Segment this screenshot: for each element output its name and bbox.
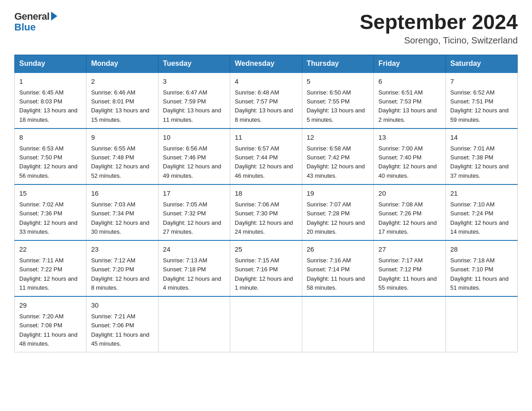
day-info: Sunrise: 7:13 AMSunset: 7:18 PMDaylight:… <box>163 257 221 291</box>
day-number: 1 <box>19 77 82 87</box>
day-number: 5 <box>307 77 369 87</box>
day-info: Sunrise: 7:05 AMSunset: 7:32 PMDaylight:… <box>163 201 221 235</box>
day-info: Sunrise: 7:20 AMSunset: 7:08 PMDaylight:… <box>19 313 77 347</box>
table-row: 27 Sunrise: 7:17 AMSunset: 7:12 PMDaylig… <box>374 240 446 296</box>
col-sunday: Sunday <box>15 55 86 73</box>
table-row: 6 Sunrise: 6:51 AMSunset: 7:53 PMDayligh… <box>374 73 446 128</box>
day-info: Sunrise: 6:46 AMSunset: 8:01 PMDaylight:… <box>91 89 149 123</box>
day-number: 14 <box>450 133 513 143</box>
day-info: Sunrise: 6:45 AMSunset: 8:03 PMDaylight:… <box>19 89 77 123</box>
col-thursday: Thursday <box>302 55 373 73</box>
table-row <box>158 296 230 352</box>
calendar-week-row: 1 Sunrise: 6:45 AMSunset: 8:03 PMDayligh… <box>15 73 518 128</box>
table-row: 10 Sunrise: 6:56 AMSunset: 7:46 PMDaylig… <box>158 128 230 184</box>
day-info: Sunrise: 6:57 AMSunset: 7:44 PMDaylight:… <box>235 145 293 179</box>
table-row: 19 Sunrise: 7:07 AMSunset: 7:28 PMDaylig… <box>302 184 373 240</box>
table-row: 30 Sunrise: 7:21 AMSunset: 7:06 PMDaylig… <box>86 296 158 352</box>
day-number: 26 <box>307 244 369 255</box>
day-info: Sunrise: 6:53 AMSunset: 7:50 PMDaylight:… <box>19 145 77 179</box>
day-info: Sunrise: 7:02 AMSunset: 7:36 PMDaylight:… <box>19 201 77 235</box>
table-row: 2 Sunrise: 6:46 AMSunset: 8:01 PMDayligh… <box>86 73 158 128</box>
logo-general-text: General <box>14 11 49 22</box>
day-number: 19 <box>307 188 369 199</box>
day-number: 27 <box>378 244 441 255</box>
day-number: 3 <box>163 77 225 87</box>
table-row: 13 Sunrise: 7:00 AMSunset: 7:40 PMDaylig… <box>374 128 446 184</box>
table-row: 28 Sunrise: 7:18 AMSunset: 7:10 PMDaylig… <box>446 240 517 296</box>
day-number: 8 <box>19 133 82 143</box>
table-row: 4 Sunrise: 6:48 AMSunset: 7:57 PMDayligh… <box>230 73 302 128</box>
day-number: 2 <box>91 77 153 87</box>
day-info: Sunrise: 7:18 AMSunset: 7:10 PMDaylight:… <box>450 257 509 291</box>
logo-triangle-icon <box>51 12 57 21</box>
page-header: General Blue September 2024 Sorengo, Tic… <box>14 11 518 46</box>
day-info: Sunrise: 7:11 AMSunset: 7:22 PMDaylight:… <box>19 257 77 291</box>
day-number: 25 <box>235 244 297 255</box>
day-info: Sunrise: 7:01 AMSunset: 7:38 PMDaylight:… <box>450 145 509 179</box>
day-info: Sunrise: 6:55 AMSunset: 7:48 PMDaylight:… <box>91 145 149 179</box>
day-number: 28 <box>450 244 513 255</box>
day-number: 20 <box>378 188 441 199</box>
day-number: 6 <box>378 77 441 87</box>
calendar-table: Sunday Monday Tuesday Wednesday Thursday… <box>14 55 518 352</box>
table-row: 11 Sunrise: 6:57 AMSunset: 7:44 PMDaylig… <box>230 128 302 184</box>
logo: General Blue <box>14 11 57 33</box>
table-row: 16 Sunrise: 7:03 AMSunset: 7:34 PMDaylig… <box>86 184 158 240</box>
day-number: 17 <box>163 188 225 199</box>
day-info: Sunrise: 6:58 AMSunset: 7:42 PMDaylight:… <box>307 145 365 179</box>
day-info: Sunrise: 7:08 AMSunset: 7:26 PMDaylight:… <box>378 201 437 235</box>
table-row <box>446 296 517 352</box>
day-info: Sunrise: 7:16 AMSunset: 7:14 PMDaylight:… <box>307 257 365 291</box>
calendar-week-row: 29 Sunrise: 7:20 AMSunset: 7:08 PMDaylig… <box>15 296 518 352</box>
day-info: Sunrise: 7:15 AMSunset: 7:16 PMDaylight:… <box>235 257 293 291</box>
table-row: 29 Sunrise: 7:20 AMSunset: 7:08 PMDaylig… <box>15 296 86 352</box>
day-number: 15 <box>19 188 82 199</box>
col-friday: Friday <box>374 55 446 73</box>
day-number: 18 <box>235 188 297 199</box>
day-number: 7 <box>450 77 513 87</box>
table-row: 1 Sunrise: 6:45 AMSunset: 8:03 PMDayligh… <box>15 73 86 128</box>
day-number: 23 <box>91 244 153 255</box>
month-title: September 2024 <box>360 11 518 34</box>
col-wednesday: Wednesday <box>230 55 302 73</box>
table-row: 18 Sunrise: 7:06 AMSunset: 7:30 PMDaylig… <box>230 184 302 240</box>
table-row: 20 Sunrise: 7:08 AMSunset: 7:26 PMDaylig… <box>374 184 446 240</box>
day-info: Sunrise: 6:52 AMSunset: 7:51 PMDaylight:… <box>450 89 509 123</box>
day-info: Sunrise: 7:17 AMSunset: 7:12 PMDaylight:… <box>378 257 437 291</box>
day-number: 22 <box>19 244 82 255</box>
table-row: 9 Sunrise: 6:55 AMSunset: 7:48 PMDayligh… <box>86 128 158 184</box>
day-number: 10 <box>163 133 225 143</box>
table-row: 23 Sunrise: 7:12 AMSunset: 7:20 PMDaylig… <box>86 240 158 296</box>
col-saturday: Saturday <box>446 55 517 73</box>
calendar-header-row: Sunday Monday Tuesday Wednesday Thursday… <box>15 55 518 73</box>
logo-blue-text: Blue <box>14 21 36 33</box>
day-number: 30 <box>91 300 153 311</box>
day-info: Sunrise: 6:48 AMSunset: 7:57 PMDaylight:… <box>235 89 293 123</box>
day-number: 21 <box>450 188 513 199</box>
table-row: 7 Sunrise: 6:52 AMSunset: 7:51 PMDayligh… <box>446 73 517 128</box>
table-row: 25 Sunrise: 7:15 AMSunset: 7:16 PMDaylig… <box>230 240 302 296</box>
day-number: 12 <box>307 133 369 143</box>
day-info: Sunrise: 7:10 AMSunset: 7:24 PMDaylight:… <box>450 201 509 235</box>
table-row: 17 Sunrise: 7:05 AMSunset: 7:32 PMDaylig… <box>158 184 230 240</box>
title-section: September 2024 Sorengo, Ticino, Switzerl… <box>360 11 518 46</box>
day-info: Sunrise: 7:00 AMSunset: 7:40 PMDaylight:… <box>378 145 437 179</box>
col-tuesday: Tuesday <box>158 55 230 73</box>
table-row: 15 Sunrise: 7:02 AMSunset: 7:36 PMDaylig… <box>15 184 86 240</box>
table-row <box>302 296 373 352</box>
day-info: Sunrise: 7:03 AMSunset: 7:34 PMDaylight:… <box>91 201 149 235</box>
table-row <box>230 296 302 352</box>
day-number: 16 <box>91 188 153 199</box>
table-row <box>374 296 446 352</box>
day-number: 24 <box>163 244 225 255</box>
day-number: 29 <box>19 300 82 311</box>
table-row: 14 Sunrise: 7:01 AMSunset: 7:38 PMDaylig… <box>446 128 517 184</box>
day-info: Sunrise: 6:56 AMSunset: 7:46 PMDaylight:… <box>163 145 221 179</box>
day-info: Sunrise: 7:06 AMSunset: 7:30 PMDaylight:… <box>235 201 293 235</box>
table-row: 3 Sunrise: 6:47 AMSunset: 7:59 PMDayligh… <box>158 73 230 128</box>
day-number: 4 <box>235 77 297 87</box>
table-row: 26 Sunrise: 7:16 AMSunset: 7:14 PMDaylig… <box>302 240 373 296</box>
table-row: 8 Sunrise: 6:53 AMSunset: 7:50 PMDayligh… <box>15 128 86 184</box>
calendar-week-row: 8 Sunrise: 6:53 AMSunset: 7:50 PMDayligh… <box>15 128 518 184</box>
day-info: Sunrise: 6:51 AMSunset: 7:53 PMDaylight:… <box>378 89 437 123</box>
